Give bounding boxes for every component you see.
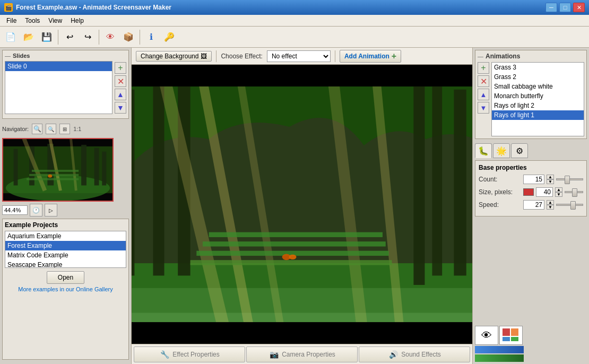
slides-list[interactable]: Slide 0 [5, 61, 112, 114]
timeline-button[interactable]: ▷ [45, 204, 57, 216]
add-animation-button[interactable]: Add Animation + [340, 50, 401, 63]
count-slider-track[interactable] [556, 178, 583, 180]
example-projects-panel: Example Projects Aquarium Example Forest… [2, 219, 129, 360]
title-bar: 🎬 Forest Example.asw - Animated Screensa… [0, 0, 589, 15]
remove-slide-button[interactable]: ✕ [115, 75, 126, 87]
ep-item-matrix[interactable]: Matrix Code Example [5, 250, 126, 260]
svg-rect-27 [454, 90, 466, 276]
speed-down-button[interactable]: ▼ [547, 205, 554, 210]
animations-list[interactable]: Grass 3 Grass 2 Small cabbage white Mona… [491, 62, 584, 136]
effect-select[interactable]: No effect Fade Slide Zoom [267, 50, 331, 62]
svg-rect-41 [132, 322, 472, 344]
fit-button[interactable]: ⊞ [59, 124, 70, 134]
remove-animation-button[interactable]: ✕ [478, 75, 489, 87]
save-button[interactable]: 💾 [38, 29, 55, 46]
change-bg-label: Change Background [141, 53, 198, 60]
svg-rect-44 [503, 337, 510, 341]
slides-title: Slides [13, 53, 30, 59]
menu-view[interactable]: View [44, 16, 66, 25]
close-button[interactable]: ✕ [573, 3, 585, 12]
size-up-button[interactable]: ▲ [555, 187, 562, 192]
preview-small-button[interactable]: 👁 [475, 326, 498, 345]
anim-small-cabbage[interactable]: Small cabbage white [492, 82, 584, 91]
open-button[interactable]: 📂 [20, 29, 37, 46]
preview-button[interactable]: 👁 [102, 29, 119, 46]
speed-label: Speed: [479, 201, 521, 209]
base-properties-title: Base properties [479, 164, 583, 171]
menu-help[interactable]: Help [66, 16, 88, 25]
speed-up-button[interactable]: ▲ [547, 200, 554, 205]
ep-item-forest[interactable]: Forest Example [5, 241, 126, 250]
svg-rect-35 [203, 241, 386, 246]
svg-point-39 [289, 255, 296, 259]
anim-grass3[interactable]: Grass 3 [492, 63, 584, 72]
menu-tools[interactable]: Tools [21, 16, 44, 25]
move-animation-down-button[interactable]: ▼ [478, 102, 489, 114]
anim-rays1[interactable]: Rays of light 1 [492, 110, 584, 120]
bottom-toolbar: 🔧 Effect Properties 📷 Camera Properties … [132, 344, 472, 364]
speed-slider-track[interactable] [556, 204, 583, 206]
gallery-link[interactable]: More examples in our Online Gallery [5, 286, 126, 292]
camera-properties-button[interactable]: 📷 Camera Properties [246, 346, 358, 362]
slides-panel: — Slides Slide 0 + ✕ ▲ ▼ [2, 50, 129, 119]
move-slide-down-button[interactable]: ▼ [115, 102, 126, 114]
effect-properties-button[interactable]: 🔧 Effect Properties [134, 346, 245, 362]
duration-button[interactable]: 🕐 [30, 204, 42, 216]
count-input[interactable]: 15 [523, 175, 544, 184]
add-slide-button[interactable]: + [115, 62, 126, 74]
svg-rect-15 [27, 178, 79, 180]
move-animation-up-button[interactable]: ▲ [478, 89, 489, 100]
example-projects-list[interactable]: Aquarium Example Forest Example Matrix C… [5, 231, 126, 268]
add-animation-list-button[interactable]: + [478, 62, 489, 74]
eye-icon: 👁 [481, 330, 492, 342]
tab-motion[interactable]: 🌟 [493, 143, 510, 158]
effect-properties-label: Effect Properties [172, 351, 220, 358]
tab-particles[interactable]: 🐛 [475, 143, 492, 158]
count-down-button[interactable]: ▼ [547, 179, 554, 184]
zoom-in-button[interactable]: 🔍 [32, 124, 42, 134]
redo-button[interactable]: ↪ [79, 29, 96, 46]
open-button[interactable]: Open [47, 271, 84, 284]
ep-item-seascape[interactable]: Seascape Example [5, 260, 126, 268]
anim-grass2[interactable]: Grass 2 [492, 72, 584, 82]
speed-input[interactable]: 27 [523, 200, 544, 210]
new-button[interactable]: 📄 [2, 29, 19, 46]
svg-rect-45 [511, 337, 518, 341]
info-button[interactable]: ℹ [143, 29, 160, 46]
slide-item[interactable]: Slide 0 [5, 62, 112, 71]
properties-button[interactable]: 🔑 [161, 29, 178, 46]
zoom-input[interactable]: 44.4% [2, 205, 28, 215]
count-up-button[interactable]: ▲ [547, 175, 554, 179]
logo-button[interactable] [499, 326, 523, 345]
ep-item-aquarium[interactable]: Aquarium Example [5, 231, 126, 241]
menu-file[interactable]: File [2, 16, 21, 25]
count-slider-thumb[interactable] [565, 176, 570, 184]
window-title: Forest Example.asw - Animated Screensave… [16, 4, 171, 11]
svg-rect-14 [29, 174, 79, 176]
undo-button[interactable]: ↩ [61, 29, 78, 46]
color-picker[interactable] [523, 188, 534, 196]
sound-effects-button[interactable]: 🔊 Sound Effects [359, 346, 470, 362]
size-slider-track[interactable] [565, 191, 583, 193]
size-slider-thumb[interactable] [572, 188, 577, 197]
zoom-bar: 44.4% 🕐 ▷ [2, 204, 129, 216]
navigator-label: Navigator: [2, 126, 29, 132]
build-button[interactable]: 📦 [120, 29, 137, 46]
speaker-icon: 🔊 [388, 349, 399, 360]
svg-rect-1 [3, 139, 112, 146]
anim-rays2[interactable]: Rays of light 2 [492, 101, 584, 110]
anim-monarch[interactable]: Monarch butterfly [492, 91, 584, 101]
change-background-button[interactable]: Change Background 🖼 [136, 51, 212, 62]
add-animation-label: Add Animation [344, 53, 389, 60]
minimize-button[interactable]: ─ [545, 3, 557, 12]
count-label: Count: [479, 176, 521, 183]
move-slide-up-button[interactable]: ▲ [115, 89, 126, 100]
tab-settings[interactable]: ⚙ [511, 143, 528, 158]
svg-point-16 [48, 175, 52, 178]
maximize-button[interactable]: □ [559, 3, 571, 12]
size-input[interactable]: 40 [536, 187, 553, 197]
zoom-out-button[interactable]: 🔍 [46, 124, 56, 134]
svg-rect-37 [190, 260, 392, 265]
speed-slider-thumb[interactable] [570, 201, 576, 210]
size-down-button[interactable]: ▼ [555, 192, 562, 197]
